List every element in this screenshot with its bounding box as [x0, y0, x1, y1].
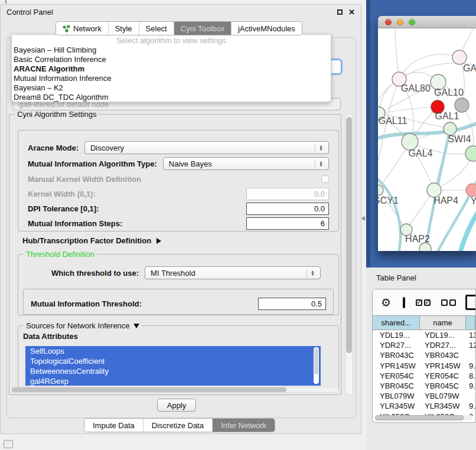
- settings-vertical-scrollbar[interactable]: [345, 114, 353, 395]
- minimize-traffic-light-icon[interactable]: [397, 19, 403, 25]
- collapse-down-icon[interactable]: [133, 324, 139, 328]
- attribute-item-topologicalcoefficient[interactable]: TopologicalCoefficient: [25, 356, 321, 366]
- table-row[interactable]: YDR27...YDR27...12: [373, 340, 475, 350]
- table-horizontal-scrollbar[interactable]: [375, 415, 472, 420]
- network-edge: [379, 107, 438, 113]
- table-cell: YPR145W: [420, 361, 466, 370]
- table-hscrollbar-thumb[interactable]: [375, 415, 464, 420]
- table-row[interactable]: YPR145WYPR145W9.: [373, 361, 475, 371]
- tab-select[interactable]: Select: [139, 22, 174, 35]
- attribute-item-selfloops[interactable]: SelfLoops: [25, 346, 321, 356]
- mi-steps-label: Mutual Information Steps:: [28, 219, 122, 228]
- settings-hscrollbar-thumb[interactable]: [12, 387, 286, 392]
- gear-icon[interactable]: ⚙: [381, 297, 391, 308]
- algorithm-options: Bayesian – Hill ClimbingBasic Correlatio…: [12, 45, 331, 102]
- network-window-titlebar[interactable]: [378, 16, 476, 28]
- checked-checkboxes-icon[interactable]: ✓ ✓: [416, 299, 431, 306]
- zoom-traffic-light-icon[interactable]: [409, 19, 415, 25]
- network-node[interactable]: [455, 98, 469, 112]
- control-panel-titlebar: Control Panel ✕: [1, 5, 361, 19]
- table-row[interactable]: YBR045CYBR045C9.: [373, 381, 475, 391]
- column-header-shared[interactable]: shared...: [373, 316, 420, 330]
- attribute-item-betweennesscentrality[interactable]: BetweennessCentrality: [25, 366, 321, 376]
- aracne-mode-combo[interactable]: Discovery ▲▼: [84, 141, 329, 154]
- algorithm-option-bayesian-k2[interactable]: Bayesian – K2: [12, 83, 331, 93]
- apply-button[interactable]: Apply: [157, 399, 196, 412]
- algorithm-option-basic-correlation-inference[interactable]: Basic Correlation Inference: [12, 55, 331, 64]
- algorithm-option-mutual-information-inference[interactable]: Mutual Information Inference: [12, 74, 331, 83]
- tab-label: jActiveMNodules: [238, 24, 295, 33]
- network-node[interactable]: [466, 184, 476, 197]
- unchecked-checkboxes-icon[interactable]: [441, 299, 456, 306]
- column-header-2[interactable]: [466, 316, 475, 330]
- manual-kernel-row: Manual Kernel Width Definition: [28, 175, 329, 184]
- tab-infer-network[interactable]: Infer Network: [212, 419, 275, 432]
- table-cell: 13: [466, 331, 475, 340]
- algorithm-option-aracne-algorithm[interactable]: ARACNE Algorithm: [12, 64, 331, 74]
- which-threshold-row: Which threshold to use: MI Threshold ▲▼: [51, 266, 321, 279]
- sources-group: Sources for Network Inference Data Attri…: [18, 325, 339, 392]
- table-row[interactable]: YDL19...YDL19...13: [373, 330, 475, 340]
- aracne-mode-value: Discovery: [90, 144, 124, 152]
- attributes-scrollbar[interactable]: [314, 347, 319, 384]
- tab-impute-data[interactable]: Impute Data: [84, 419, 143, 432]
- network-node[interactable]: [465, 146, 476, 161]
- minimized-panel-icon[interactable]: [4, 440, 13, 448]
- table-cell: 8.: [466, 371, 475, 380]
- settings-horizontal-scrollbar[interactable]: [11, 387, 339, 393]
- hub-definition-toggle[interactable]: Hub/Transcription Factor Definition: [22, 236, 161, 245]
- split-view-icon[interactable]: [403, 297, 405, 308]
- mi-type-combo[interactable]: Naive Bayes ▲▼: [163, 157, 329, 170]
- float-window-icon[interactable]: [337, 9, 343, 15]
- mi-steps-field[interactable]: 6: [246, 217, 329, 230]
- network-node[interactable]: [452, 50, 467, 64]
- network-node[interactable]: [378, 185, 383, 195]
- dpi-tolerance-field[interactable]: 0.0: [246, 203, 329, 215]
- network-node[interactable]: [402, 133, 418, 150]
- tab-label: Select: [146, 24, 167, 33]
- attributes-scrollbar-thumb[interactable]: [314, 348, 318, 374]
- document-icon[interactable]: [465, 295, 476, 310]
- settings-vscrollbar-thumb[interactable]: [346, 117, 352, 353]
- data-attributes-list[interactable]: SelfLoopsTopologicalCoefficientBetweenne…: [25, 346, 321, 386]
- control-panel-tabbar: NetworkStyleSelectCyni ToolboxjActiveMNo…: [56, 21, 302, 35]
- table-panel: Table Panel ⚙ ✓ ✓ shared...name YDL19...…: [366, 268, 476, 450]
- combo-stepper-icon: ▲▼: [315, 159, 323, 168]
- mi-type-value: Naive Bayes: [169, 159, 212, 168]
- tab-style[interactable]: Style: [108, 22, 139, 35]
- mi-threshold-field[interactable]: 0.5: [258, 298, 326, 310]
- kernel-width-field[interactable]: 0.0: [246, 188, 329, 200]
- network-node[interactable]: [444, 122, 457, 135]
- table-window: ⚙ ✓ ✓ shared...name YDL19...YDL19...13YD…: [372, 289, 476, 423]
- sources-title-text: Sources for Network Inference: [26, 321, 130, 330]
- node-label-gcy1: GCY1: [378, 195, 399, 206]
- control-panel-title: Control Panel: [6, 8, 53, 17]
- table-cell: 9.: [466, 381, 475, 390]
- network-canvas[interactable]: GAL80GAL10GALGAL1GAL11SWI4GAL4GCY1HAP4YH…: [378, 28, 476, 251]
- table-cell: YER054C: [373, 371, 420, 380]
- algorithm-option-bayesian-hill-climbing[interactable]: Bayesian – Hill Climbing: [12, 45, 331, 55]
- network-node[interactable]: [419, 243, 431, 251]
- mi-steps-row: Mutual Information Steps: 6: [28, 217, 329, 230]
- manual-kernel-checkbox[interactable]: [321, 175, 329, 183]
- split-pane-collapse-icon[interactable]: [361, 216, 365, 221]
- table-row[interactable]: YER054CYER054C8.: [373, 371, 475, 381]
- network-icon: [63, 25, 70, 32]
- tab-discretize-data[interactable]: Discretize Data: [143, 419, 212, 432]
- node-label-hap4: HAP4: [433, 195, 458, 206]
- table-row[interactable]: YBL079WYBL079W: [373, 391, 475, 401]
- attribute-item-gal4rgexp[interactable]: gal4RGexp: [25, 376, 321, 386]
- tab-cyni-toolbox[interactable]: Cyni Toolbox: [174, 22, 231, 35]
- algorithm-option-dream8-dc-tdc-algorithm[interactable]: Dream8 DC_TDC Algorithm: [12, 93, 331, 102]
- which-threshold-combo[interactable]: MI Threshold ▲▼: [145, 266, 321, 279]
- close-icon[interactable]: ✕: [348, 8, 355, 16]
- kernel-width-row: Kernel Width (0,1): 0.0: [28, 188, 329, 200]
- node-label-gal1: GAL1: [435, 111, 459, 121]
- tab-network[interactable]: Network: [56, 22, 108, 35]
- table-cell: YDR27...: [373, 341, 420, 350]
- table-row[interactable]: YBR043CYBR043C: [373, 350, 475, 360]
- table-row[interactable]: YLR345WYLR345W9.: [373, 401, 475, 411]
- tab-jactivemnodules[interactable]: jActiveMNodules: [231, 22, 302, 35]
- column-header-name[interactable]: name: [420, 316, 466, 330]
- close-traffic-light-icon[interactable]: [385, 19, 392, 25]
